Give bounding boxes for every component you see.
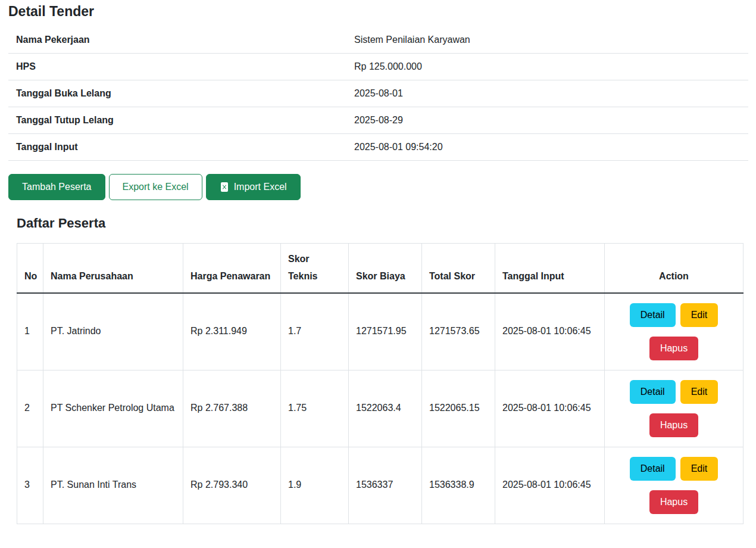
table-row: 2 PT Schenker Petrolog Utama Rp 2.767.38… [17,370,743,447]
edit-button[interactable]: Edit [680,303,718,327]
col-header-action: Action [605,244,743,293]
detail-label: HPS [8,54,354,80]
detail-value: 2025-08-01 [354,80,748,107]
col-header-skor-teknis: Skor Teknis [281,244,349,293]
action-buttons: Detail Edit Hapus [612,380,736,437]
tambah-peserta-button[interactable]: Tambah Peserta [8,174,105,200]
cell-nama-perusahaan: PT Schenker Petrolog Utama [43,370,183,447]
toolbar: Tambah Peserta Export ke Excel Import Ex… [8,174,748,200]
detail-value: 2025-08-01 09:54:20 [354,134,748,160]
participants-table: No Nama Perusahaan Harga Penawaran Skor … [17,243,743,524]
col-header-total-skor: Total Skor [422,244,495,293]
detail-label: Tanggal Input [8,134,354,160]
col-header-no: No [17,244,43,293]
cell-action: Detail Edit Hapus [605,447,743,524]
cell-action: Detail Edit Hapus [605,370,743,447]
cell-tanggal-input: 2025-08-01 10:06:45 [495,370,605,447]
cell-skor-teknis: 1.9 [281,447,349,524]
hapus-button[interactable]: Hapus [649,490,698,514]
detail-button[interactable]: Detail [630,380,676,404]
table-header-row: No Nama Perusahaan Harga Penawaran Skor … [17,244,743,293]
detail-value: Rp 125.000.000 [354,54,748,80]
detail-row: Tanggal Buka Lelang 2025-08-01 [8,80,748,107]
participants-title: Daftar Peserta [17,216,740,231]
cell-skor-biaya: 1522063.4 [349,370,422,447]
detail-label: Nama Pekerjaan [8,27,354,53]
col-header-tanggal-input: Tanggal Input [495,244,605,293]
edit-button[interactable]: Edit [680,380,718,404]
cell-nama-perusahaan: PT. Sunan Inti Trans [43,447,183,524]
cell-skor-teknis: 1.75 [281,370,349,447]
detail-button[interactable]: Detail [630,303,676,327]
cell-no: 3 [17,447,43,524]
cell-skor-biaya: 1271571.95 [349,293,422,370]
cell-tanggal-input: 2025-08-01 10:06:45 [495,447,605,524]
hapus-button[interactable]: Hapus [649,337,698,360]
page-title: Detail Tender [8,4,748,20]
cell-action: Detail Edit Hapus [605,293,743,370]
table-row: 1 PT. Jatrindo Rp 2.311.949 1.7 1271571.… [17,293,743,370]
import-excel-label: Import Excel [234,180,287,194]
cell-harga-penawaran: Rp 2.793.340 [183,447,281,524]
cell-skor-teknis: 1.7 [281,293,349,370]
cell-skor-biaya: 1536337 [349,447,422,524]
export-excel-button[interactable]: Export ke Excel [109,174,202,200]
cell-nama-perusahaan: PT. Jatrindo [43,293,183,370]
cell-no: 1 [17,293,43,370]
edit-button[interactable]: Edit [680,457,718,481]
col-header-nama-perusahaan: Nama Perusahaan [43,244,183,293]
col-header-skor-biaya: Skor Biaya [349,244,422,293]
excel-file-icon [220,182,229,192]
table-row: 3 PT. Sunan Inti Trans Rp 2.793.340 1.9 … [17,447,743,524]
action-buttons: Detail Edit Hapus [612,457,736,514]
detail-button[interactable]: Detail [630,457,676,481]
detail-label: Tanggal Tutup Lelang [8,107,354,133]
detail-value: Sistem Penilaian Karyawan [354,27,748,53]
detail-row: Tanggal Input 2025-08-01 09:54:20 [8,134,748,161]
cell-no: 2 [17,370,43,447]
cell-harga-penawaran: Rp 2.767.388 [183,370,281,447]
detail-row: Tanggal Tutup Lelang 2025-08-29 [8,107,748,134]
detail-row: Nama Pekerjaan Sistem Penilaian Karyawan [8,27,748,54]
detail-value: 2025-08-29 [354,107,748,133]
col-header-harga-penawaran: Harga Penawaran [183,244,281,293]
cell-total-skor: 1522065.15 [422,370,495,447]
cell-tanggal-input: 2025-08-01 10:06:45 [495,293,605,370]
action-buttons: Detail Edit Hapus [612,303,736,360]
cell-harga-penawaran: Rp 2.311.949 [183,293,281,370]
export-excel-label: Export ke Excel [123,180,189,194]
cell-total-skor: 1536338.9 [422,447,495,524]
tender-detail-table: Nama Pekerjaan Sistem Penilaian Karyawan… [8,27,748,161]
participants-section: Daftar Peserta No Nama Perusahaan Harga … [8,216,748,524]
detail-row: HPS Rp 125.000.000 [8,54,748,80]
detail-label: Tanggal Buka Lelang [8,80,354,107]
hapus-button[interactable]: Hapus [649,413,698,437]
cell-total-skor: 1271573.65 [422,293,495,370]
import-excel-button[interactable]: Import Excel [206,174,301,200]
tambah-peserta-label: Tambah Peserta [22,180,92,194]
